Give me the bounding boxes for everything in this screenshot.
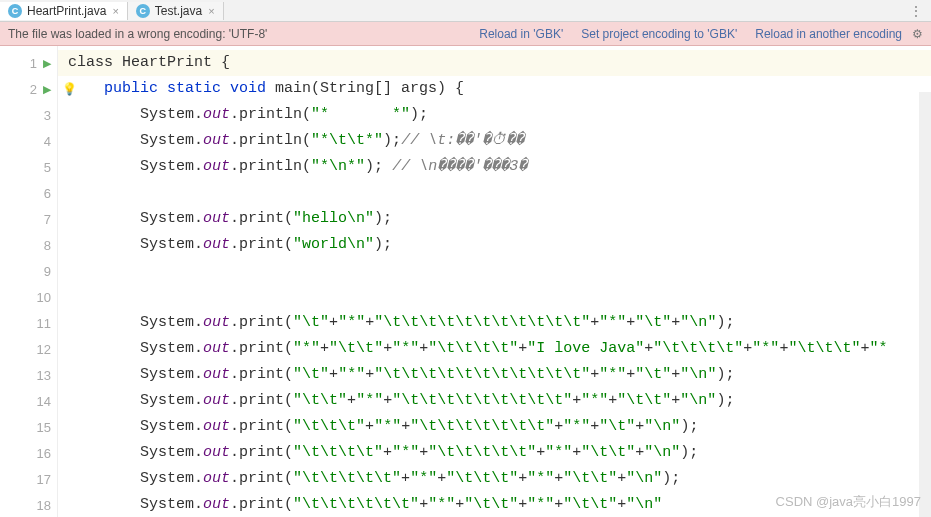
code-token: ); <box>374 210 392 227</box>
code-line[interactable]: System.out.print("\t\t\t\t\t"+"*"+"\t\t\… <box>58 466 931 492</box>
close-icon[interactable]: × <box>208 5 214 17</box>
editor-area[interactable]: 1▶2▶💡3456789101112131415161718 class Hea… <box>0 46 931 517</box>
code-line[interactable]: System.out.print("\t\t\t\t"+"*"+"\t\t\t\… <box>58 440 931 466</box>
run-icon[interactable]: ▶ <box>43 57 51 70</box>
line-number: 15 <box>29 420 51 435</box>
gutter[interactable]: 1▶2▶💡3456789101112131415161718 <box>0 46 58 517</box>
tab-heartprint-java[interactable]: CHeartPrint.java× <box>0 2 128 20</box>
code-token: \t\t\t\t <box>662 340 734 357</box>
gutter-line[interactable]: 11 <box>0 310 57 336</box>
gutter-line[interactable]: 9 <box>0 258 57 284</box>
code-line[interactable]: class HeartPrint { <box>58 50 931 76</box>
gutter-line[interactable]: 4 <box>0 128 57 154</box>
gutter-line[interactable]: 14 <box>0 388 57 414</box>
gutter-line[interactable]: 12 <box>0 336 57 362</box>
code-token: .print( <box>230 392 293 409</box>
code-token: " <box>680 314 689 331</box>
gutter-line[interactable]: 7 <box>0 206 57 232</box>
gutter-line[interactable]: 8 <box>0 232 57 258</box>
gutter-line[interactable]: 3 <box>0 102 57 128</box>
code-token: out <box>203 496 230 513</box>
code-line[interactable]: System.out.print("\t"+"*"+"\t\t\t\t\t\t\… <box>58 310 931 336</box>
code-token: out <box>203 470 230 487</box>
more-icon[interactable]: ⋮ <box>901 3 931 19</box>
gear-icon[interactable]: ⚙ <box>912 27 923 41</box>
run-icon[interactable]: ▶ <box>43 83 51 96</box>
code-token: ); <box>365 158 392 175</box>
code-token: + <box>635 444 644 461</box>
code-token: " <box>626 470 635 487</box>
code-line[interactable]: System.out.print("world\n"); <box>58 232 931 258</box>
line-number: 6 <box>29 186 51 201</box>
code-token: "*" <box>293 340 320 357</box>
code-token: + <box>419 496 428 513</box>
tab-test-java[interactable]: CTest.java× <box>128 2 224 20</box>
code-token: + <box>635 418 644 435</box>
code-token: " <box>545 418 554 435</box>
code-line[interactable]: System.out.println("*\n*"); // \n����'��… <box>58 154 931 180</box>
code-line[interactable]: System.out.print("\t\t\t"+"*"+"\t\t\t\t\… <box>58 414 931 440</box>
code-token: System. <box>68 314 203 331</box>
gutter-line[interactable]: 16 <box>0 440 57 466</box>
code-token: + <box>590 314 599 331</box>
bulb-icon[interactable]: 💡 <box>62 82 77 96</box>
gutter-line[interactable]: 13 <box>0 362 57 388</box>
code-line[interactable]: System.out.print("*"+"\t\t"+"*"+"\t\t\t\… <box>58 336 931 362</box>
code-token: + <box>518 340 527 357</box>
set-encoding-link[interactable]: Set project encoding to 'GBK' <box>581 27 737 41</box>
code-token: " <box>410 418 419 435</box>
code-token: \n <box>635 470 653 487</box>
code-token: + <box>329 366 338 383</box>
code-line[interactable]: System.out.println("*\t\t*");// \t:��'�⏱… <box>58 128 931 154</box>
gutter-line[interactable]: 18 <box>0 492 57 517</box>
gutter-line[interactable]: 15 <box>0 414 57 440</box>
gutter-line[interactable]: 1▶ <box>0 50 57 76</box>
code-token: \t\t\t\t\t\t\t\t\t\t\t <box>383 314 581 331</box>
code-token: " <box>356 418 365 435</box>
code-token: "*" <box>527 496 554 513</box>
code-line[interactable]: System.out.print("\t\t"+"*"+"\t\t\t\t\t\… <box>58 388 931 414</box>
code-token: out <box>203 236 230 253</box>
code-token: " <box>293 392 302 409</box>
reload-other-link[interactable]: Reload in another encoding <box>755 27 902 41</box>
line-number: 4 <box>29 134 51 149</box>
editor-tabs: CHeartPrint.java×CTest.java× ⋮ <box>0 0 931 22</box>
code-token: System. <box>68 444 203 461</box>
code-token: \n <box>347 210 365 227</box>
gutter-line[interactable]: 10 <box>0 284 57 310</box>
code-token: \t\t\t <box>797 340 851 357</box>
code-token: \t\t\t\t\t\t\t <box>419 418 545 435</box>
code-token: "*" <box>527 470 554 487</box>
code-line[interactable]: System.out.println("* *"); <box>58 102 931 128</box>
code-line[interactable]: System.out.print("hello\n"); <box>58 206 931 232</box>
vertical-scrollbar[interactable] <box>919 92 931 517</box>
code-token: + <box>419 340 428 357</box>
code-line[interactable]: System.out.print("\t"+"*"+"\t\t\t\t\t\t\… <box>58 362 931 388</box>
code-token: + <box>590 418 599 435</box>
code-token: " <box>428 444 437 461</box>
code-token: " <box>563 470 572 487</box>
reload-gbk-link[interactable]: Reload in 'GBK' <box>479 27 563 41</box>
watermark: CSDN @java亮小白1997 <box>776 493 921 511</box>
code-token: \t\t\t\t <box>437 340 509 357</box>
code-token: + <box>401 418 410 435</box>
code-line[interactable] <box>58 180 931 206</box>
code-token: out <box>203 210 230 227</box>
code-token: out <box>203 366 230 383</box>
code-line[interactable] <box>58 284 931 310</box>
gutter-line[interactable]: 6 <box>0 180 57 206</box>
code-token: " <box>293 470 302 487</box>
gutter-line[interactable]: 17 <box>0 466 57 492</box>
close-icon[interactable]: × <box>112 5 118 17</box>
code-token: \n <box>653 418 671 435</box>
code-line[interactable]: public static void main(String[] args) { <box>58 76 931 102</box>
code-token: \n <box>689 366 707 383</box>
code-token: .println( <box>230 106 311 123</box>
gutter-line[interactable]: 5 <box>0 154 57 180</box>
code-token: " <box>680 392 689 409</box>
code-line[interactable] <box>58 258 931 284</box>
code-token: System. <box>68 496 203 513</box>
line-number: 13 <box>29 368 51 383</box>
code-area[interactable]: class HeartPrint { public static void ma… <box>58 46 931 517</box>
gutter-line[interactable]: 2▶💡 <box>0 76 57 102</box>
